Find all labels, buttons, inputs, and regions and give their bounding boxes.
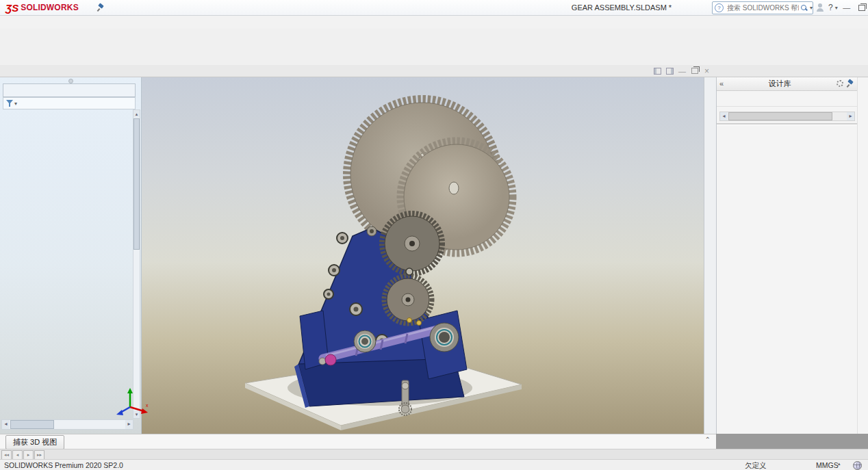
units-dropdown-caret[interactable]: ▴ [838,461,841,467]
logo-icon: ƷS [5,2,18,14]
filter-icon [5,99,14,107]
feature-tree [1,109,133,419]
library-horizontal-scrollbar[interactable]: ◂ ▸ [719,112,855,121]
tree-vertical-scrollbar[interactable]: ▴ ▾ [133,109,140,419]
horizontal-scroll-thumb[interactable] [10,420,54,429]
search-icon[interactable] [800,4,808,12]
first-tab-button[interactable]: ◂◂ [1,450,12,460]
scroll-up-arrow[interactable]: ▴ [133,110,140,118]
left-bearing [354,330,376,352]
restore-button[interactable] [856,2,868,13]
housing-bracket [294,226,467,408]
collapse-views-bar-icon[interactable]: ⌃ [705,436,711,443]
scroll-left-arrow[interactable]: ◂ [720,112,728,120]
filter-dropdown-caret[interactable]: ▾ [14,101,17,107]
constraint-status-text: 欠定义 [745,461,767,470]
minimize-button[interactable]: — [841,2,853,13]
menu-pin-icon[interactable] [97,3,105,12]
show-left-pane-icon[interactable] [652,66,663,75]
globe-icon[interactable] [853,461,862,470]
standard-views-toolbar [0,15,868,29]
x-axis-label: x [146,403,149,408]
document-window-controls: — × [650,66,712,75]
user-account-icon[interactable] [816,3,824,12]
tab-navigation-buttons: ◂◂ ◂ ▸ ▸▸ [0,449,47,460]
search-box[interactable]: ? ▾ [712,1,813,14]
vertical-scroll-thumb[interactable] [133,118,140,250]
feature-panel-tabs [3,83,136,97]
titlebar-right-controls: ? ▾ — × [813,0,868,15]
horizontal-scroll-thumb[interactable] [728,112,832,120]
document-title: GEAR ASSEMBLY.SLDASM * [553,0,690,15]
design-library-toolbar [717,91,858,107]
task-pane-header: « 设计库 [717,77,858,91]
task-pane-tab-strip [704,77,717,434]
tree-horizontal-scrollbar[interactable]: ◂ ▸ [1,419,133,430]
library-folder-grid [717,125,858,142]
help-circle-icon: ? [715,3,724,12]
pin-icon[interactable] [847,79,855,88]
orientation-triad: x [115,387,151,419]
last-tab-button[interactable]: ▸▸ [34,450,44,460]
help-dropdown-caret[interactable]: ▾ [835,5,838,11]
doc-minimize-button[interactable]: — [677,66,687,75]
search-input[interactable] [726,3,800,12]
search-dropdown-caret[interactable]: ▾ [810,5,813,11]
task-pane: « 设计库 ◂ ▸ [716,77,858,434]
capture-3d-view-button[interactable]: 捕获 3D 视图 [5,435,64,449]
design-library-tree [717,107,858,110]
right-bearing [430,323,459,352]
feature-manager-panel: ▾ ▴ ▾ ◂ ▸ [0,77,142,434]
gear-icon[interactable] [836,79,844,88]
next-tab-button[interactable]: ▸ [23,450,34,460]
document-tab-bar: ◂◂ ◂ ▸ ▸▸ [0,449,868,460]
show-right-pane-icon[interactable] [665,66,675,75]
task-pane-corner-tools [857,77,868,434]
pink-knob [325,354,336,365]
tree-filter-bar[interactable]: ▾ [3,97,136,109]
doc-close-button[interactable]: × [702,66,712,75]
solidworks-logo: ƷS SOLIDWORKS [5,2,81,14]
app-version-text: SOLIDWORKS Premium 2020 SP2.0 [4,461,123,469]
help-button[interactable]: ? [828,3,833,12]
status-bar: SOLIDWORKS Premium 2020 SP2.0 欠定义 MMGS ▴ [0,459,868,470]
scroll-left-arrow[interactable]: ◂ [2,420,10,429]
units-selector[interactable]: MMGS [816,461,839,469]
doc-restore-button[interactable] [689,66,700,75]
scroll-right-arrow[interactable]: ▸ [125,420,133,429]
scroll-right-arrow[interactable]: ▸ [847,112,854,120]
command-tab-bar [0,65,868,77]
3d-views-bar: 捕获 3D 视图 ⌃ [0,434,716,449]
prev-tab-button[interactable]: ◂ [12,450,23,460]
task-pane-title: 设计库 [724,79,836,89]
command-ribbon [0,29,868,66]
panel-splitter-handle[interactable] [68,79,73,83]
